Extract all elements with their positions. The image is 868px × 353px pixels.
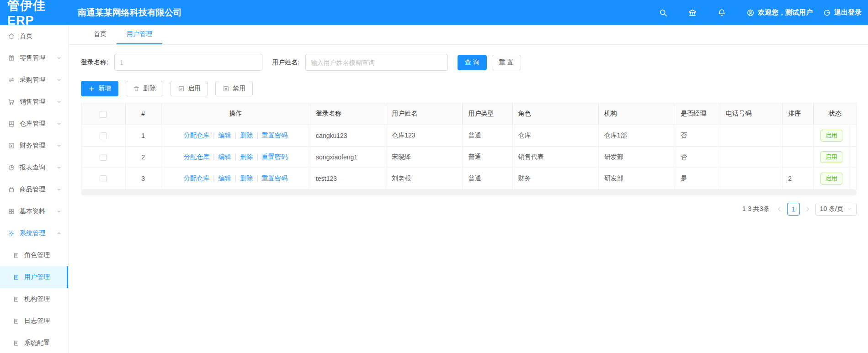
- sidebar-item-reports[interactable]: 报表查询: [0, 157, 68, 179]
- tab-1[interactable]: 用户管理: [117, 25, 162, 44]
- sidebar-item-purchase[interactable]: 采购管理: [0, 69, 68, 91]
- search-button[interactable]: 查 询: [458, 55, 487, 70]
- cell-role: 财务: [512, 168, 598, 189]
- pagination-total: 1-3 共3条: [742, 205, 770, 213]
- enable-button[interactable]: 启用: [170, 81, 208, 96]
- sidebar-item-home[interactable]: 首页: [0, 25, 68, 47]
- chevron-down-icon: [56, 209, 62, 214]
- finance-icon: [8, 142, 15, 149]
- sidebar-item-label: 报表查询: [20, 163, 45, 172]
- action-separator: |: [213, 153, 215, 160]
- status-badge: 启用: [820, 130, 842, 142]
- content-area: 登录名称: 用户姓名: 查 询 重 置 新增 删除 启用 禁用: [69, 45, 868, 216]
- document-icon: [13, 340, 20, 347]
- welcome-user[interactable]: 欢迎您，测试用户: [746, 8, 813, 17]
- action-separator: |: [256, 132, 258, 139]
- column-header: 登录名称: [310, 103, 386, 125]
- row-checkbox[interactable]: [100, 154, 107, 161]
- cell-manager: 否: [675, 146, 720, 168]
- tab-0[interactable]: 首页: [84, 25, 117, 44]
- page-size-select[interactable]: 10 条/页: [815, 203, 857, 216]
- cell-type: 普通: [463, 125, 512, 146]
- bell-icon[interactable]: [717, 8, 726, 17]
- chevron-down-icon: [56, 77, 62, 83]
- chevron-down-icon: [56, 121, 62, 126]
- page-number-button[interactable]: 1: [787, 203, 800, 216]
- column-header: 排序: [783, 103, 814, 125]
- sidebar-item-finance[interactable]: 财务管理: [0, 135, 68, 157]
- cell-sort: [783, 125, 814, 146]
- welcome-text: 欢迎您，测试用户: [758, 8, 813, 17]
- cell-org: 仓库1部: [598, 125, 675, 146]
- action-link-3[interactable]: 重置密码: [262, 132, 288, 139]
- pie-icon: [8, 164, 15, 171]
- next-page-icon[interactable]: [804, 206, 811, 212]
- row-checkbox[interactable]: [100, 132, 107, 139]
- login-name-input[interactable]: [114, 54, 262, 71]
- prev-page-icon[interactable]: [776, 206, 783, 212]
- document-icon: [13, 296, 20, 303]
- home-icon: [8, 32, 15, 40]
- action-separator: |: [213, 132, 215, 139]
- chevron-up-icon: [56, 231, 62, 236]
- gift-icon: [8, 54, 15, 62]
- user-table-body: 1分配仓库|编辑|删除|重置密码cangku123仓库123普通仓库仓库1部否启…: [81, 125, 856, 189]
- sidebar-item-label: 系统管理: [20, 229, 45, 237]
- action-link-0[interactable]: 分配仓库: [184, 153, 209, 160]
- sidebar-item-retail[interactable]: 零售管理: [0, 47, 68, 69]
- disable-button[interactable]: 禁用: [215, 81, 253, 96]
- delete-button[interactable]: 删除: [126, 81, 163, 96]
- tab-bar: 首页用户管理: [69, 25, 868, 45]
- horizontal-scrollbar[interactable]: [81, 190, 857, 195]
- sidebar-item-basic[interactable]: 基本资料: [0, 200, 68, 222]
- login-name-label: 登录名称:: [81, 58, 108, 67]
- status-badge: 启用: [820, 151, 842, 163]
- select-all-checkbox[interactable]: [100, 111, 107, 118]
- sidebar-item-system[interactable]: 系统管理: [0, 222, 68, 244]
- trash-icon: [133, 85, 140, 92]
- column-header: 操作: [161, 103, 310, 125]
- action-link-3[interactable]: 重置密码: [262, 174, 288, 182]
- table-row: 3分配仓库|编辑|删除|重置密码test123刘老根普通财务研发部是2启用: [81, 168, 856, 189]
- chevron-down-icon: [847, 206, 852, 211]
- user-name-input[interactable]: [305, 54, 448, 71]
- cell-type: 普通: [463, 168, 512, 189]
- scroll-gutter-cell: [849, 168, 856, 189]
- sidebar-subitem-orgs[interactable]: 机构管理: [0, 288, 68, 310]
- sidebar-item-warehouse[interactable]: 仓库管理: [0, 113, 68, 135]
- action-link-1[interactable]: 编辑: [218, 153, 231, 160]
- logout-button[interactable]: 退出登录: [823, 8, 862, 17]
- chevron-down-icon: [56, 165, 62, 170]
- sidebar-item-sales[interactable]: 销售管理: [0, 91, 68, 113]
- sidebar-subitem-logs[interactable]: 日志管理: [0, 310, 68, 332]
- action-link-1[interactable]: 编辑: [218, 174, 231, 182]
- filter-row: 登录名称: 用户姓名: 查 询 重 置: [81, 54, 857, 71]
- reset-button[interactable]: 重 置: [492, 55, 521, 70]
- action-link-1[interactable]: 编辑: [218, 132, 231, 139]
- add-button[interactable]: 新增: [81, 81, 118, 96]
- sidebar-subitem-roles[interactable]: 角色管理: [0, 244, 68, 266]
- cell-name: 仓库123: [386, 125, 463, 146]
- app-logo[interactable]: 管伊佳ERP: [0, 0, 72, 28]
- delete-button-label: 删除: [143, 84, 156, 93]
- app-header: 管伊佳ERP 南通某某网络科技有限公司 欢迎您，测试用户 退出登录: [0, 0, 868, 25]
- sidebar-subitem-users[interactable]: 用户管理: [0, 266, 68, 288]
- action-link-2[interactable]: 删除: [240, 153, 253, 160]
- search-icon[interactable]: [659, 8, 668, 17]
- cell-login: cangku123: [310, 125, 386, 146]
- cell-sort: 2: [783, 168, 814, 189]
- column-header: 机构: [598, 103, 675, 125]
- cabinet-icon: [8, 120, 15, 127]
- row-index: 2: [125, 146, 161, 168]
- action-link-2[interactable]: 删除: [240, 174, 253, 182]
- sidebar-item-goods[interactable]: 商品管理: [0, 179, 68, 200]
- action-link-0[interactable]: 分配仓库: [184, 174, 209, 182]
- bank-icon[interactable]: [688, 8, 697, 17]
- row-checkbox[interactable]: [100, 175, 107, 182]
- sidebar-subitem-config[interactable]: 系统配置: [0, 332, 68, 353]
- cell-phone: [720, 125, 783, 146]
- action-link-3[interactable]: 重置密码: [262, 153, 288, 160]
- action-link-0[interactable]: 分配仓库: [184, 132, 209, 139]
- action-link-2[interactable]: 删除: [240, 132, 253, 139]
- grid-icon: [8, 208, 15, 215]
